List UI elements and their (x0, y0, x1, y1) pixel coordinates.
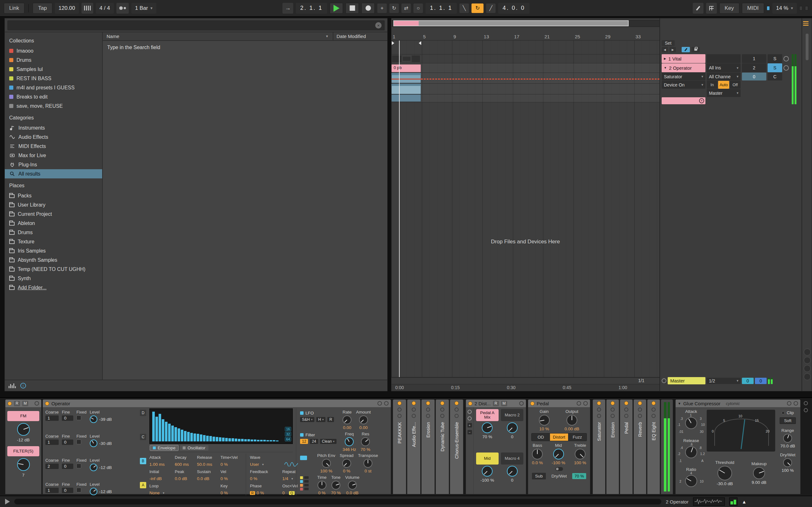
coarse-value[interactable]: 1 (45, 415, 59, 421)
output-value[interactable]: 0.00 dB (565, 427, 579, 431)
peak-value[interactable]: 0.0 dB (175, 476, 197, 481)
initial-value[interactable]: -inf dB (149, 476, 175, 481)
solo-button[interactable]: S (768, 54, 782, 63)
macro-knob[interactable] (482, 466, 493, 476)
sidebar-item-plug-ins[interactable]: Plug-Ins (5, 160, 102, 169)
harmonic-bar[interactable] (174, 427, 177, 441)
place-item[interactable]: Texture (5, 237, 102, 246)
harmonic-bar[interactable] (276, 441, 278, 441)
collection-item[interactable]: Breaks to edit (5, 92, 102, 101)
remove-macro-button[interactable]: − (467, 430, 472, 435)
freq-value[interactable]: 346 Hz (343, 447, 356, 452)
map-mode-button[interactable]: M (501, 401, 507, 406)
automation-parameter-chooser[interactable]: Device On (662, 81, 705, 89)
macro-value[interactable]: 70 % (483, 435, 492, 439)
harmonic-bar[interactable] (181, 430, 183, 441)
collapsed-device[interactable]: Reverb (633, 399, 647, 494)
threshold-value[interactable]: -30.0 dB (716, 481, 733, 486)
search-input[interactable] (10, 22, 375, 28)
coarse-value[interactable]: 1 (45, 488, 59, 493)
mini-clip[interactable] (403, 57, 410, 61)
rail-toggle-2[interactable] (804, 408, 808, 412)
harmonic-bar[interactable] (194, 434, 196, 441)
monitor-in[interactable]: In (707, 81, 717, 89)
device-on-button[interactable] (426, 401, 430, 405)
beat-time-ruler[interactable]: 159131721252933 (392, 33, 659, 41)
mid-value[interactable]: -100 % (552, 460, 565, 465)
harmonic-bar[interactable] (171, 426, 174, 441)
info-icon[interactable]: i (20, 383, 26, 389)
chain-view-toggle[interactable] (467, 416, 472, 420)
fine-value[interactable]: 0 (62, 415, 73, 421)
tone-knob[interactable] (332, 481, 340, 490)
clip-preview-thumbnail[interactable] (693, 498, 725, 506)
partial-count-button[interactable]: 32 (285, 432, 291, 436)
device-title[interactable]: Glue Compressor (683, 401, 721, 406)
search-box[interactable]: × (7, 20, 385, 31)
draw-mode-button[interactable] (693, 3, 704, 14)
output-type-chooser[interactable]: Master (707, 89, 741, 97)
master-track-lane[interactable] (392, 377, 659, 384)
volume-field[interactable]: 0 (742, 72, 766, 80)
clear-search-icon[interactable]: × (375, 22, 382, 29)
harmonic-bar[interactable] (232, 438, 234, 441)
ratio-knob[interactable] (685, 475, 697, 487)
harmonic-bar[interactable] (263, 440, 266, 441)
midi-map-button[interactable]: MIDI (742, 3, 764, 14)
harmonic-bar[interactable] (219, 437, 221, 441)
arm-button[interactable] (783, 56, 789, 61)
macro-knob[interactable] (17, 458, 30, 471)
lock-envelopes-button[interactable] (692, 47, 700, 52)
automation-lane-clip[interactable] (392, 83, 421, 94)
range-knob[interactable] (783, 434, 792, 443)
macro-name[interactable]: FILTER(S) (7, 446, 40, 456)
place-item[interactable]: Add Folder... (5, 283, 102, 292)
loop-start-marker[interactable] (392, 41, 394, 45)
macro-value[interactable]: -12 dB (17, 438, 30, 442)
gain-knob[interactable] (539, 415, 550, 426)
device-on-button[interactable] (624, 401, 628, 405)
harmonic-bar[interactable] (216, 437, 218, 441)
res-knob[interactable] (361, 437, 370, 446)
time-signature-field[interactable]: 4 / 4 (96, 3, 114, 14)
volume-value[interactable]: 0.0 dB (346, 491, 358, 495)
device-title[interactable]: Operator (51, 401, 70, 406)
preview-play-icon[interactable] (5, 499, 10, 504)
level-value[interactable]: -12 dB (99, 489, 112, 494)
harmonic-bar[interactable] (212, 437, 215, 441)
release-knob[interactable] (685, 446, 697, 458)
rand-macros-button[interactable]: R (14, 401, 20, 406)
bass-value[interactable]: 0.0 % (532, 460, 543, 465)
device-view-scrollbar[interactable] (14, 499, 661, 504)
hot-swap-icon[interactable] (35, 401, 39, 406)
loop-length-field[interactable]: 4. 0. 0 (498, 3, 530, 14)
hot-swap-icon[interactable] (624, 407, 628, 412)
soft-clip-button[interactable]: Soft (780, 417, 796, 424)
save-preset-icon[interactable] (652, 414, 656, 418)
overdub-button[interactable]: + (377, 3, 387, 13)
collapsed-device[interactable]: Erosion (421, 399, 435, 494)
harmonic-bar[interactable] (247, 439, 250, 441)
level-knob[interactable] (90, 488, 97, 495)
oscillator-select-button[interactable]: B (140, 458, 146, 464)
hot-swap-icon[interactable] (377, 401, 382, 406)
sub-button[interactable]: Sub (532, 473, 546, 480)
macro-value[interactable]: -100 % (480, 478, 494, 483)
hot-swap-icon[interactable] (412, 407, 416, 412)
output-knob[interactable] (566, 415, 577, 426)
device-on-button[interactable] (468, 401, 472, 406)
cpu-meter[interactable]: 14 % (772, 3, 797, 14)
collapsed-device[interactable]: Chorus-Ensemble (450, 399, 463, 494)
set-locator-button[interactable]: Set (662, 40, 675, 46)
loop-start-field[interactable]: 1. 1. 1 (425, 3, 457, 14)
capture-midi-button[interactable]: ↻ (389, 3, 399, 13)
tempo-follower-icon[interactable] (82, 3, 93, 14)
device-on-button[interactable] (455, 401, 459, 405)
device-on-button[interactable] (652, 401, 656, 405)
place-item[interactable]: Synth (5, 274, 102, 283)
collapsed-device[interactable]: Saturator (593, 399, 606, 494)
tab-envelope[interactable]: Envelope (150, 445, 178, 451)
dry-wet-knob[interactable] (783, 458, 792, 467)
quantize-badge[interactable]: Q (289, 491, 295, 495)
mode-fuzz-button[interactable]: Fuzz (568, 434, 587, 441)
